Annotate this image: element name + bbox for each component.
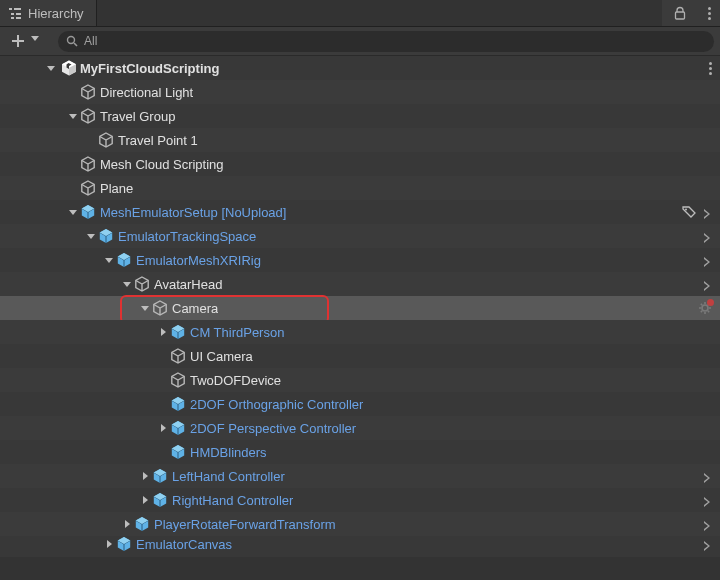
foldout-collapsed-icon[interactable] — [156, 325, 170, 339]
tree-row[interactable]: TwoDOFDevice — [0, 368, 720, 392]
foldout-expanded-icon[interactable] — [66, 205, 80, 219]
unity-scene-icon — [58, 60, 80, 76]
prefab-cube-icon — [170, 420, 186, 436]
scene-root-row[interactable]: MyFirstCloudScripting — [0, 56, 720, 80]
gameobject-cube-icon — [170, 372, 186, 388]
lock-button[interactable] — [662, 0, 698, 26]
tab-title: Hierarchy — [28, 6, 84, 21]
tree-row[interactable]: LeftHand Controller — [0, 464, 720, 488]
tree-row[interactable]: AvatarHead — [0, 272, 720, 296]
prefab-cube-icon — [80, 204, 96, 220]
open-prefab-icon[interactable] — [702, 495, 712, 505]
search-field[interactable]: All — [58, 31, 714, 52]
tree-row[interactable]: Camera — [0, 296, 720, 320]
tree-row[interactable]: UI Camera — [0, 344, 720, 368]
tree-row[interactable]: Mesh Cloud Scripting — [0, 152, 720, 176]
create-button[interactable] — [6, 31, 50, 51]
lock-icon — [673, 6, 687, 20]
tree-row-label: TwoDOFDevice — [190, 373, 281, 388]
tree-row-label: EmulatorTrackingSpace — [118, 229, 256, 244]
tree-row-label: Travel Group — [100, 109, 175, 124]
titlebar: Hierarchy — [0, 0, 720, 27]
foldout-expanded-icon[interactable] — [138, 301, 152, 315]
tree-row-label: 2DOF Perspective Controller — [190, 421, 356, 436]
open-prefab-icon[interactable] — [702, 539, 712, 549]
open-prefab-icon[interactable] — [702, 279, 712, 289]
tag-icon — [682, 204, 696, 221]
tree-row-label: HMDBlinders — [190, 445, 267, 460]
tree-row-label: LeftHand Controller — [172, 469, 285, 484]
foldout-expanded-icon[interactable] — [66, 109, 80, 123]
tree-row[interactable]: MeshEmulatorSetup [NoUpload] — [0, 200, 720, 224]
tab-hierarchy[interactable]: Hierarchy — [0, 0, 97, 26]
gameobject-cube-icon — [98, 132, 114, 148]
tree-row[interactable]: PlayerRotateForwardTransform — [0, 512, 720, 536]
foldout-collapsed-icon[interactable] — [102, 537, 116, 551]
tree-row[interactable]: Travel Group — [0, 104, 720, 128]
tree-row-label: MeshEmulatorSetup [NoUpload] — [100, 205, 286, 220]
tree-row-label: Travel Point 1 — [118, 133, 198, 148]
search-placeholder: All — [84, 34, 97, 48]
prefab-cube-icon — [170, 444, 186, 460]
tree-row-label: 2DOF Orthographic Controller — [190, 397, 363, 412]
tree-row-label: Camera — [172, 301, 218, 316]
tree-row[interactable]: 2DOF Orthographic Controller — [0, 392, 720, 416]
kebab-icon — [708, 7, 711, 20]
tree-row[interactable]: 2DOF Perspective Controller — [0, 416, 720, 440]
hierarchy-tree[interactable]: MyFirstCloudScriptingDirectional LightTr… — [0, 56, 720, 557]
tree-row[interactable]: EmulatorMeshXRIRig — [0, 248, 720, 272]
tree-row-label: AvatarHead — [154, 277, 222, 292]
scene-menu-button[interactable] — [709, 62, 712, 75]
open-prefab-icon[interactable] — [702, 231, 712, 241]
titlebar-spacer — [97, 0, 662, 26]
foldout-none — [156, 445, 170, 459]
gameobject-cube-icon — [152, 300, 168, 316]
foldout-collapsed-icon[interactable] — [156, 421, 170, 435]
foldout-collapsed-icon[interactable] — [120, 517, 134, 531]
foldout-collapsed-icon[interactable] — [138, 469, 152, 483]
prefab-cube-icon — [98, 228, 114, 244]
foldout-expanded-icon[interactable] — [44, 61, 58, 75]
tree-row-label: Mesh Cloud Scripting — [100, 157, 224, 172]
foldout-collapsed-icon[interactable] — [138, 493, 152, 507]
tree-row-label: PlayerRotateForwardTransform — [154, 517, 336, 532]
prefab-cube-icon — [116, 252, 132, 268]
prefab-cube-icon — [134, 516, 150, 532]
tree-row[interactable]: Plane — [0, 176, 720, 200]
open-prefab-icon[interactable] — [702, 207, 712, 217]
tree-row[interactable]: Directional Light — [0, 80, 720, 104]
tree-row-label: UI Camera — [190, 349, 253, 364]
tree-row[interactable]: CM ThirdPerson — [0, 320, 720, 344]
tree-row[interactable]: EmulatorCanvas — [0, 536, 720, 552]
foldout-none — [156, 349, 170, 363]
prefab-cube-icon — [152, 468, 168, 484]
open-prefab-icon[interactable] — [702, 519, 712, 529]
foldout-none — [156, 397, 170, 411]
tree-row[interactable]: HMDBlinders — [0, 440, 720, 464]
panel-menu-button[interactable] — [698, 0, 720, 26]
foldout-none — [84, 133, 98, 147]
foldout-none — [66, 157, 80, 171]
tree-row[interactable]: EmulatorTrackingSpace — [0, 224, 720, 248]
tree-row-label: CM ThirdPerson — [190, 325, 284, 340]
search-icon — [66, 35, 78, 47]
settings-warning-icon[interactable] — [698, 301, 712, 315]
tree-row-label: EmulatorCanvas — [136, 537, 232, 552]
tree-row-label: Directional Light — [100, 85, 193, 100]
tree-row-label: EmulatorMeshXRIRig — [136, 253, 261, 268]
scene-root-label: MyFirstCloudScripting — [80, 61, 219, 76]
dropdown-icon — [30, 33, 46, 49]
tree-row[interactable]: RightHand Controller — [0, 488, 720, 512]
hierarchy-icon — [8, 6, 22, 20]
foldout-expanded-icon[interactable] — [102, 253, 116, 267]
prefab-cube-icon — [170, 396, 186, 412]
gameobject-cube-icon — [80, 156, 96, 172]
foldout-expanded-icon[interactable] — [120, 277, 134, 291]
open-prefab-icon[interactable] — [702, 255, 712, 265]
gameobject-cube-icon — [80, 84, 96, 100]
plus-icon — [10, 33, 26, 49]
tree-row[interactable]: Travel Point 1 — [0, 128, 720, 152]
foldout-none — [66, 85, 80, 99]
open-prefab-icon[interactable] — [702, 471, 712, 481]
foldout-expanded-icon[interactable] — [84, 229, 98, 243]
